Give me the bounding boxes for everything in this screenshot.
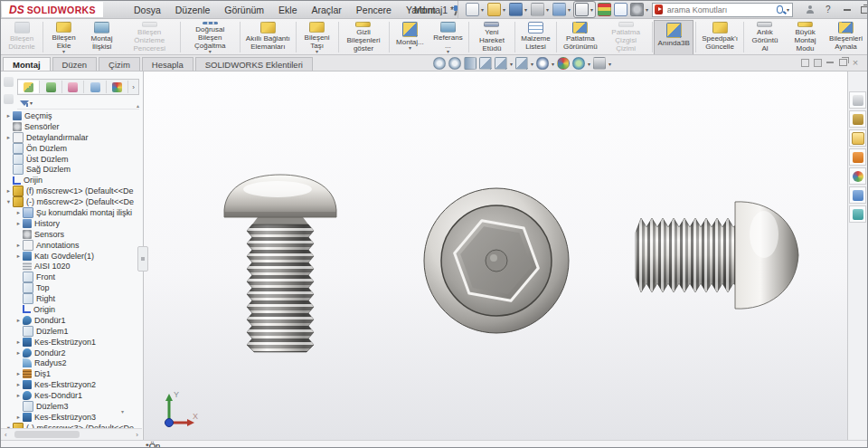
- forum-button[interactable]: [849, 205, 866, 223]
- undo-button[interactable]: ▾: [552, 3, 571, 16]
- ribbon-montaj-i-lişkisi[interactable]: Montaj İlişkisi: [83, 20, 121, 54]
- ribbon-patlatma-çizgisi-çizimi[interactable]: Patlatma Çizgisi Çizimi: [602, 20, 650, 54]
- menu-yardım[interactable]: Yardım: [399, 3, 443, 17]
- expand-arrow-icon[interactable]: ▸: [14, 209, 23, 216]
- model-m6screw-side-vertical[interactable]: [212, 165, 348, 357]
- dropdown-caret-icon[interactable]: ▾: [481, 6, 484, 13]
- tree-item-top[interactable]: Top: [3, 282, 143, 293]
- ribbon-referans[interactable]: Referans ...▾: [429, 20, 467, 54]
- doc-minimize-button[interactable]: [824, 57, 836, 68]
- expand-arrow-icon[interactable]: ▸: [14, 242, 23, 249]
- tab-solidworks-eklentileri[interactable]: SOLIDWORKS Eklentileri: [195, 57, 313, 71]
- tree-item-döndür1[interactable]: ▸Döndür1: [3, 315, 143, 326]
- featuremanager-tab[interactable]: [18, 81, 40, 93]
- file-properties-button[interactable]: [614, 3, 627, 16]
- expand-arrow-icon[interactable]: ▸: [14, 370, 23, 377]
- tree-item-diş1[interactable]: ▸Diş1: [3, 368, 143, 379]
- graphics-viewport[interactable]: Y X: [144, 71, 847, 440]
- tab-çizim[interactable]: Çizim: [99, 57, 140, 71]
- collapsed-tool-icon-1[interactable]: [4, 77, 14, 87]
- panel-splitter-handle[interactable]: [137, 246, 148, 272]
- tab-montaj[interactable]: Montaj: [3, 57, 51, 71]
- dropdown-caret-icon[interactable]: ▾: [552, 61, 554, 67]
- zoom-fit-icon[interactable]: [433, 57, 446, 70]
- tree-item-sağ-düzlem[interactable]: Sağ Düzlem: [3, 164, 143, 175]
- tree-item-front[interactable]: Front: [3, 272, 143, 282]
- user-account-icon[interactable]: [806, 5, 815, 14]
- tree-item-m6screw-2-default-de[interactable]: ▾(-) m6screw<2> (Default<<De: [3, 196, 143, 207]
- dropdown-caret-icon[interactable]: ▾: [503, 6, 505, 13]
- zoom-area-icon[interactable]: [448, 57, 461, 70]
- dropdown-caret-icon[interactable]: ▾: [510, 61, 513, 67]
- select-cursor-button[interactable]: ▾: [574, 2, 595, 17]
- tree-item-şu-konumdaki-montaj-ilişki[interactable]: ▸Şu konumdaki montaj ilişki: [3, 207, 143, 218]
- dropdown-caret-icon[interactable]: ▾: [646, 6, 648, 13]
- tree-vertical-scrollbar[interactable]: ▴: [134, 102, 142, 110]
- expand-arrow-icon[interactable]: ▸: [5, 187, 13, 195]
- print-button[interactable]: ▾: [531, 3, 550, 16]
- tree-item-right[interactable]: Right: [3, 293, 143, 304]
- tree-item-orijin[interactable]: Orijin: [3, 175, 143, 186]
- search-input[interactable]: [665, 5, 775, 15]
- tab-hesapla[interactable]: Hesapla: [142, 57, 193, 71]
- options-gear-button[interactable]: ▾: [630, 3, 649, 16]
- hide-show-icon[interactable]: [536, 57, 549, 70]
- configurationmanager-tab[interactable]: [62, 81, 84, 93]
- tree-item-üst-düzlem[interactable]: Üst Düzlem: [3, 154, 143, 165]
- custom-properties-button[interactable]: [849, 186, 866, 204]
- edit-appearance-icon[interactable]: [557, 57, 570, 70]
- tabs-overflow-chevron-icon[interactable]: ›: [128, 83, 138, 91]
- expand-arrow-icon[interactable]: ▸: [14, 392, 23, 399]
- tree-item-ön-düzlem[interactable]: Ön Düzlem: [3, 143, 143, 154]
- ribbon-büyük-montaj-modu[interactable]: Büyük Montaj Modu: [784, 20, 826, 54]
- appearances-button[interactable]: [849, 167, 866, 185]
- doc-close-button[interactable]: ×: [849, 57, 862, 68]
- ribbon-akıllı-bağlantı-elemanları[interactable]: Akıllı Bağlantı Elemanları: [242, 20, 294, 54]
- view-palette-button[interactable]: [849, 148, 866, 166]
- tree-horizontal-scrollbar[interactable]: ‹ ›: [1, 428, 142, 440]
- expand-arrow-icon[interactable]: ▸: [14, 317, 23, 324]
- tree-item-f-m6screw-1-default-de[interactable]: ▸(f) m6screw<1> (Default<<De: [3, 186, 143, 196]
- view-orientation-icon[interactable]: [495, 57, 507, 70]
- dropdown-caret-icon[interactable]: ▾: [609, 61, 611, 67]
- dropdown-caret-icon[interactable]: ▾: [546, 6, 549, 13]
- tree-item-kes-döndür1[interactable]: ▸Kes-Döndür1: [3, 390, 143, 401]
- section-view-icon[interactable]: [479, 57, 492, 70]
- tree-item-sensörler[interactable]: Sensörler: [3, 121, 143, 132]
- expand-arrow-icon[interactable]: ▸: [14, 414, 23, 421]
- apply-scene-icon[interactable]: [572, 57, 585, 70]
- ribbon-bileşen-ekle[interactable]: Bileşen Ekle▾: [45, 20, 83, 54]
- tree-item-annotations[interactable]: ▸Annotations: [3, 240, 143, 251]
- rebuild-button[interactable]: [598, 3, 611, 16]
- tab-düzen[interactable]: Düzen: [52, 57, 97, 71]
- menu-düzenle[interactable]: Düzenle: [168, 3, 218, 17]
- displaymanager-tab[interactable]: [107, 81, 128, 93]
- menu-ekle[interactable]: Ekle: [271, 3, 304, 17]
- model-m6screw-front-hex-socket[interactable]: [418, 182, 576, 340]
- tree-item-sensors[interactable]: Sensors: [3, 229, 143, 240]
- menu-araçlar[interactable]: Araçlar: [305, 3, 349, 17]
- doc-properties-icon[interactable]: [798, 57, 811, 68]
- open-button[interactable]: ▾: [487, 3, 506, 16]
- expand-arrow-icon[interactable]: ▸: [14, 220, 23, 227]
- expand-arrow-icon[interactable]: ▾: [5, 198, 13, 205]
- propertymanager-tab[interactable]: [40, 81, 61, 93]
- ribbon-bileşeni-taşı[interactable]: Bileşeni Taşı▾: [298, 20, 336, 54]
- tree-scroll-more[interactable]: ▾: [118, 408, 127, 415]
- dropdown-caret-icon[interactable]: ▾: [531, 61, 533, 67]
- save-button[interactable]: ▾: [509, 3, 528, 16]
- restore-button[interactable]: [858, 4, 868, 15]
- dropdown-caret-icon[interactable]: ▾: [590, 6, 593, 13]
- ribbon-doğrusal-bileşen-çoğaltma[interactable]: Doğrusal Bileşen Çoğaltma▾: [182, 20, 238, 54]
- ribbon-malzeme-listesi[interactable]: Malzeme Listesi: [516, 20, 554, 54]
- home-button[interactable]: [849, 91, 866, 109]
- expand-arrow-icon[interactable]: ▸: [14, 253, 23, 260]
- collapsed-tool-icon-2[interactable]: [4, 94, 14, 104]
- design-library-button[interactable]: [849, 110, 866, 128]
- ribbon-bileşen-düzenle[interactable]: Bileşen Düzenle: [3, 20, 41, 54]
- search-caret-icon[interactable]: ▾: [787, 6, 789, 13]
- dropdown-caret-icon[interactable]: ▾: [588, 61, 590, 67]
- display-style-icon[interactable]: [515, 57, 528, 70]
- doc-restore-button[interactable]: [836, 57, 849, 68]
- previous-view-icon[interactable]: [464, 57, 476, 70]
